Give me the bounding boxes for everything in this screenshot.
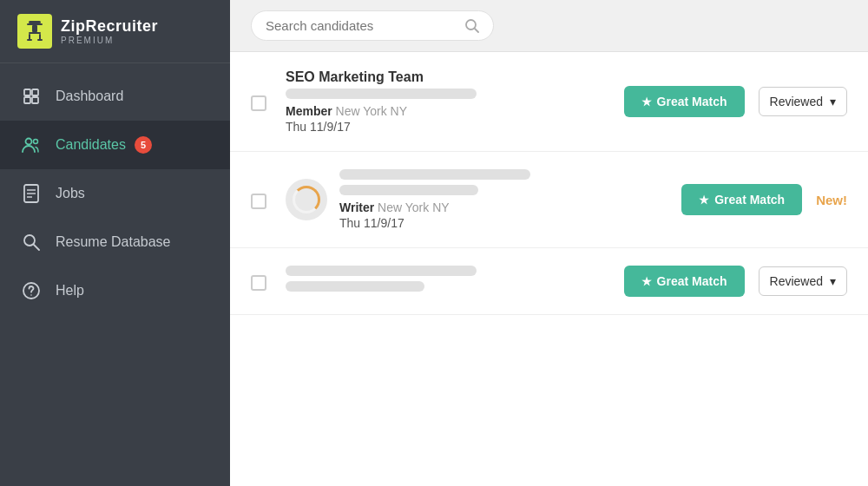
sidebar-item-help[interactable]: Help (0, 266, 230, 315)
loading-spinner-2 (293, 186, 320, 213)
role-title-2: Writer (339, 200, 374, 214)
people-icon (21, 135, 42, 155)
sidebar-item-dashboard[interactable]: Dashboard (0, 72, 230, 121)
logo-icon (17, 14, 52, 49)
candidate-blurred-line-3 (286, 281, 424, 292)
status-dropdown-1[interactable]: Reviewed ▾ (759, 87, 847, 116)
svg-rect-7 (27, 39, 32, 41)
candidate-info-3 (286, 266, 624, 297)
svg-rect-4 (29, 32, 41, 34)
svg-point-22 (30, 294, 32, 296)
candidates-badge: 5 (135, 136, 152, 154)
svg-rect-11 (24, 97, 30, 103)
checkbox-wrapper (251, 92, 272, 111)
svg-line-20 (34, 245, 39, 250)
star-icon-3: ★ (641, 275, 652, 288)
svg-rect-9 (24, 89, 30, 95)
candidate-checkbox-2[interactable] (251, 194, 266, 209)
svg-rect-8 (37, 39, 43, 41)
logo-premium: PREMIUM (61, 36, 158, 45)
main-content: SEO Marketing Team Member New York NY Th… (230, 0, 868, 486)
great-match-button-2[interactable]: ★ Great Match (681, 184, 802, 215)
search-box[interactable] (251, 10, 494, 41)
svg-rect-12 (32, 97, 38, 103)
svg-rect-5 (29, 34, 30, 40)
chevron-down-icon-3: ▾ (830, 274, 836, 288)
candidate-blurred-name-3 (286, 266, 477, 276)
table-row: SEO Marketing Team Member New York NY Th… (230, 52, 868, 152)
status-dropdown-3[interactable]: Reviewed ▾ (759, 266, 847, 296)
svg-point-14 (34, 140, 38, 144)
candidate-actions-3: ★ Great Match Reviewed ▾ (624, 266, 847, 297)
top-bar (230, 0, 868, 52)
logo-container: ZipRecruiter PREMIUM (0, 0, 230, 63)
sidebar: ZipRecruiter PREMIUM Dashboard (0, 0, 230, 486)
resume-database-label: Resume Database (56, 234, 171, 250)
candidate-actions-2: ★ Great Match New! (681, 184, 847, 215)
candidate-blurred-line-2 (339, 185, 478, 195)
role-title-1: Member (286, 104, 332, 118)
candidate-location-1: New York NY (336, 104, 407, 118)
candidate-actions-1: ★ Great Match Reviewed ▾ (624, 86, 847, 117)
search-nav-icon (21, 232, 42, 253)
jobs-label: Jobs (56, 186, 85, 201)
svg-point-19 (24, 235, 35, 246)
candidate-checkbox-3[interactable] (251, 275, 266, 291)
great-match-label-2: Great Match (714, 193, 785, 207)
candidate-info-2: Writer New York NY Thu 11/9/17 (339, 169, 681, 230)
grid-icon (21, 86, 42, 107)
nav-menu: Dashboard Candidates 5 (0, 63, 230, 486)
svg-point-13 (26, 139, 32, 145)
star-icon-1: ★ (641, 95, 652, 108)
great-match-label-1: Great Match (657, 95, 727, 108)
document-icon (21, 183, 42, 204)
svg-line-24 (475, 29, 478, 32)
search-input[interactable] (266, 18, 458, 33)
candidate-location-2: New York NY (378, 200, 449, 214)
candidate-blurred-name-2 (339, 169, 530, 180)
sidebar-item-resume-database[interactable]: Resume Database (0, 218, 230, 266)
help-label: Help (56, 283, 84, 299)
great-match-button-3[interactable]: ★ Great Match (624, 266, 745, 297)
status-label-3: Reviewed (770, 274, 823, 288)
status-label-1: Reviewed (770, 95, 823, 108)
svg-rect-1 (29, 21, 41, 23)
checkbox-wrapper-3 (251, 272, 272, 291)
candidates-label: Candidates (56, 137, 126, 153)
table-row: Writer New York NY Thu 11/9/17 ★ Great M… (230, 152, 868, 248)
help-icon (21, 280, 42, 301)
candidate-date-1: Thu 11/9/17 (286, 120, 624, 134)
candidate-blurred-line-1 (286, 89, 477, 99)
dashboard-label: Dashboard (56, 89, 123, 104)
svg-point-23 (466, 20, 476, 30)
candidate-date-2: Thu 11/9/17 (339, 216, 681, 230)
candidate-avatar-2 (286, 179, 327, 220)
checkbox-wrapper-2 (251, 190, 272, 209)
candidate-checkbox-1[interactable] (251, 95, 266, 111)
logo-text: ZipRecruiter PREMIUM (61, 17, 158, 45)
new-badge-2: New! (816, 193, 847, 207)
candidate-role-1: Member New York NY (286, 104, 624, 118)
chevron-down-icon-1: ▾ (830, 95, 836, 108)
candidate-info-1: SEO Marketing Team Member New York NY Th… (286, 69, 624, 134)
great-match-label-3: Great Match (657, 274, 727, 288)
svg-rect-10 (32, 89, 38, 95)
svg-rect-2 (27, 23, 43, 25)
svg-rect-6 (39, 34, 41, 40)
sidebar-item-candidates[interactable]: Candidates 5 (0, 121, 230, 169)
svg-rect-3 (32, 25, 37, 32)
candidate-role-2: Writer New York NY (339, 200, 681, 214)
great-match-button-1[interactable]: ★ Great Match (624, 86, 745, 117)
logo-name: ZipRecruiter (61, 17, 158, 36)
search-icon (465, 19, 479, 33)
candidate-name-1: SEO Marketing Team (286, 69, 624, 85)
candidates-list: SEO Marketing Team Member New York NY Th… (230, 52, 868, 486)
star-icon-2: ★ (699, 194, 709, 207)
table-row: ★ Great Match Reviewed ▾ (230, 248, 868, 315)
sidebar-item-jobs[interactable]: Jobs (0, 169, 230, 218)
